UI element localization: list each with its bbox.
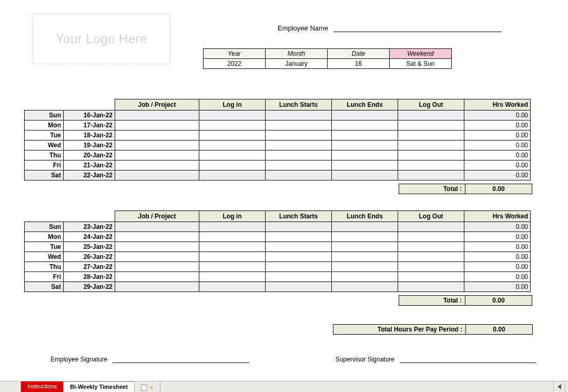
col-login: Log in bbox=[199, 99, 266, 110]
lunch-start-cell[interactable] bbox=[266, 160, 332, 170]
lunch-end-cell[interactable] bbox=[332, 262, 398, 272]
lunch-end-cell[interactable] bbox=[332, 282, 398, 292]
hrs-cell: 0.00 bbox=[464, 252, 531, 262]
lunch-start-cell[interactable] bbox=[266, 282, 332, 292]
arrow-left-icon bbox=[557, 384, 561, 389]
tab-instructions[interactable]: Instructions bbox=[21, 381, 64, 392]
job-cell[interactable] bbox=[115, 242, 199, 252]
job-cell[interactable] bbox=[115, 150, 199, 160]
lunch-end-cell[interactable] bbox=[332, 160, 398, 170]
logout-cell[interactable] bbox=[398, 130, 464, 140]
job-cell[interactable] bbox=[115, 120, 199, 130]
table-row: Wed26-Jan-220.00 bbox=[25, 252, 531, 262]
login-cell[interactable] bbox=[199, 232, 266, 242]
job-cell[interactable] bbox=[115, 170, 199, 180]
logout-cell[interactable] bbox=[398, 282, 464, 292]
lunch-end-cell[interactable] bbox=[332, 232, 398, 242]
tab-biweekly-timesheet[interactable]: Bi-Weekly Timesheet bbox=[64, 381, 135, 392]
login-cell[interactable] bbox=[199, 160, 266, 170]
lunch-end-cell[interactable] bbox=[332, 252, 398, 262]
job-cell[interactable] bbox=[115, 252, 199, 262]
lunch-end-cell[interactable] bbox=[332, 222, 398, 232]
lunch-start-cell[interactable] bbox=[266, 222, 332, 232]
meta-value-weekend[interactable]: Sat & Sun bbox=[390, 59, 452, 69]
lunch-start-cell[interactable] bbox=[266, 170, 332, 180]
hrs-cell: 0.00 bbox=[464, 232, 531, 242]
lunch-start-cell[interactable] bbox=[266, 140, 332, 150]
logout-cell[interactable] bbox=[398, 170, 464, 180]
job-cell[interactable] bbox=[115, 262, 199, 272]
logout-cell[interactable] bbox=[398, 252, 464, 262]
table-row: Thu20-Jan-220.00 bbox=[25, 150, 531, 160]
lunch-start-cell[interactable] bbox=[266, 130, 332, 140]
day-cell: Mon bbox=[25, 232, 64, 242]
hrs-cell: 0.00 bbox=[464, 130, 531, 140]
meta-value-date[interactable]: 16 bbox=[328, 59, 390, 69]
lunch-start-cell[interactable] bbox=[266, 120, 332, 130]
week2-total: Total : 0.00 bbox=[399, 295, 532, 306]
logout-cell[interactable] bbox=[398, 262, 464, 272]
login-cell[interactable] bbox=[199, 222, 266, 232]
lunch-end-cell[interactable] bbox=[332, 242, 398, 252]
day-cell: Sun bbox=[25, 110, 64, 120]
blank-header bbox=[25, 99, 64, 110]
login-cell[interactable] bbox=[199, 282, 266, 292]
lunch-start-cell[interactable] bbox=[266, 232, 332, 242]
lunch-start-cell[interactable] bbox=[266, 272, 332, 282]
login-cell[interactable] bbox=[199, 252, 266, 262]
tab-scroll-left-button[interactable] bbox=[553, 381, 565, 392]
login-cell[interactable] bbox=[199, 110, 266, 120]
login-cell[interactable] bbox=[199, 242, 266, 252]
login-cell[interactable] bbox=[199, 262, 266, 272]
lunch-end-cell[interactable] bbox=[332, 140, 398, 150]
job-cell[interactable] bbox=[115, 232, 199, 242]
job-cell[interactable] bbox=[115, 222, 199, 232]
tab-new-sheet[interactable]: ✦ bbox=[135, 381, 160, 392]
logout-cell[interactable] bbox=[398, 110, 464, 120]
lunch-end-cell[interactable] bbox=[332, 150, 398, 160]
col-logout: Log Out bbox=[398, 99, 464, 110]
logout-cell[interactable] bbox=[398, 242, 464, 252]
logout-cell[interactable] bbox=[398, 140, 464, 150]
employee-signature-line[interactable] bbox=[113, 357, 249, 363]
job-cell[interactable] bbox=[115, 272, 199, 282]
col-lunch-start: Lunch Starts bbox=[266, 211, 332, 222]
meta-table: Year Month Date Weekend 2022 January 16 … bbox=[203, 48, 452, 69]
login-cell[interactable] bbox=[199, 140, 266, 150]
lunch-end-cell[interactable] bbox=[332, 120, 398, 130]
job-cell[interactable] bbox=[115, 160, 199, 170]
job-cell[interactable] bbox=[115, 130, 199, 140]
login-cell[interactable] bbox=[199, 120, 266, 130]
lunch-start-cell[interactable] bbox=[266, 242, 332, 252]
job-cell[interactable] bbox=[115, 110, 199, 120]
supervisor-signature-label: Supervisor Signature bbox=[336, 356, 394, 363]
day-cell: Mon bbox=[25, 120, 64, 130]
job-cell[interactable] bbox=[115, 282, 199, 292]
logout-cell[interactable] bbox=[398, 120, 464, 130]
supervisor-signature-line[interactable] bbox=[400, 357, 536, 363]
lunch-start-cell[interactable] bbox=[266, 150, 332, 160]
login-cell[interactable] bbox=[199, 130, 266, 140]
logout-cell[interactable] bbox=[398, 222, 464, 232]
meta-value-year[interactable]: 2022 bbox=[204, 59, 266, 69]
lunch-end-cell[interactable] bbox=[332, 170, 398, 180]
date-cell: 27-Jan-22 bbox=[64, 262, 115, 272]
lunch-start-cell[interactable] bbox=[266, 262, 332, 272]
logout-cell[interactable] bbox=[398, 150, 464, 160]
lunch-start-cell[interactable] bbox=[266, 110, 332, 120]
lunch-end-cell[interactable] bbox=[332, 130, 398, 140]
lunch-start-cell[interactable] bbox=[266, 252, 332, 262]
logout-cell[interactable] bbox=[398, 272, 464, 282]
login-cell[interactable] bbox=[199, 170, 266, 180]
lunch-end-cell[interactable] bbox=[332, 110, 398, 120]
meta-value-month[interactable]: January bbox=[266, 59, 328, 69]
logout-cell[interactable] bbox=[398, 232, 464, 242]
employee-name-input-line[interactable] bbox=[333, 25, 502, 32]
date-cell: 29-Jan-22 bbox=[64, 282, 115, 292]
job-cell[interactable] bbox=[115, 140, 199, 150]
login-cell[interactable] bbox=[199, 150, 266, 160]
col-hrs: Hrs Worked bbox=[464, 211, 531, 222]
lunch-end-cell[interactable] bbox=[332, 272, 398, 282]
login-cell[interactable] bbox=[199, 272, 266, 282]
logout-cell[interactable] bbox=[398, 160, 464, 170]
